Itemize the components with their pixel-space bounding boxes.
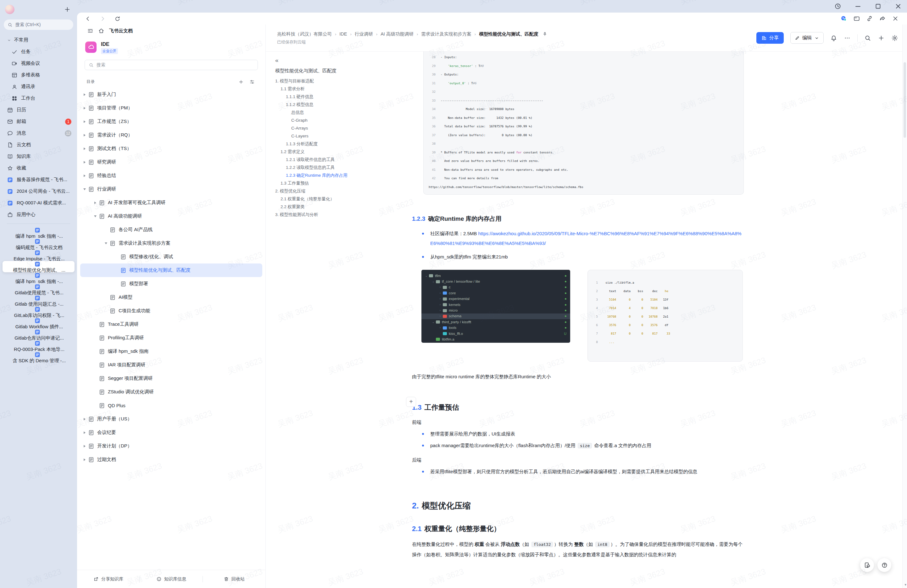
tree-chevron-icon[interactable] — [82, 418, 88, 420]
forward-icon[interactable] — [99, 15, 106, 22]
rail-item[interactable]: Gitlab仓库访问申请记... — [3, 329, 75, 340]
history-icon[interactable] — [834, 3, 841, 10]
rail-item[interactable]: RQ-0007-AI 模式需求... — [3, 197, 75, 209]
feedback-button[interactable] — [860, 558, 874, 572]
tree-item[interactable]: 项目管理（PM） — [80, 101, 262, 115]
breadcrumb-item[interactable]: 需求设计及实现初步方案 — [421, 31, 471, 37]
tree-chevron-icon[interactable] — [82, 458, 88, 461]
tree-item[interactable]: 编译 hpm_sdk 指南 — [80, 344, 262, 358]
rail-item[interactable]: 知识库 — [3, 151, 75, 162]
tree-settings-icon[interactable] — [249, 79, 255, 85]
outline-item[interactable]: C-Arrays — [275, 124, 402, 132]
rail-item[interactable]: 通讯录 — [3, 81, 75, 93]
messenger-icon[interactable] — [840, 15, 847, 22]
maximize-icon[interactable] — [874, 3, 882, 10]
tree-chevron-icon[interactable] — [82, 93, 88, 96]
rail-item[interactable]: 编译 hpm_sdk 指南 -... — [3, 272, 75, 284]
outline-item[interactable]: 2. 模型优化压缩 — [275, 187, 402, 195]
rail-item[interactable]: 编译 hpm_sdk 指南 -... — [3, 227, 75, 238]
tree-chevron-icon[interactable] — [82, 134, 88, 136]
outline-item[interactable]: 2.1 权重量化（纯整形量化） — [275, 195, 402, 203]
rail-item[interactable]: GitLab库访问权限 - 飞... — [3, 306, 75, 317]
tree-item[interactable]: 用户手册（US） — [80, 412, 262, 426]
close-tab-icon[interactable] — [892, 15, 899, 22]
outline-item[interactable]: C-Graph — [275, 116, 402, 124]
tree-chevron-icon[interactable] — [92, 202, 98, 204]
breadcrumb-item[interactable]: 兆松科技（武汉）有限公司 — [277, 31, 332, 37]
outline-collapse-icon[interactable]: « — [275, 57, 402, 64]
pin-icon[interactable] — [542, 32, 548, 37]
tree-item[interactable]: 模型性能优化与测试、匹配度 — [80, 263, 262, 277]
copy-link-icon[interactable] — [866, 15, 873, 22]
outline-item[interactable]: 2.2 权重聚类 — [275, 203, 402, 211]
user-avatar[interactable] — [5, 5, 14, 14]
rail-item[interactable]: 云文档 — [3, 139, 75, 151]
tree-item[interactable]: 研究调研 — [80, 155, 262, 169]
outline-item[interactable]: 1.1 需求分析 — [275, 85, 402, 93]
tree-item[interactable]: 模型修改/优化、调试 — [80, 250, 262, 263]
outline-item[interactable]: C-Layers — [275, 132, 402, 140]
rail-item[interactable]: 任务 — [3, 46, 75, 58]
rail-item[interactable]: 消息12 — [3, 127, 75, 139]
rail-item[interactable]: 多维表格 — [3, 69, 75, 81]
breadcrumb-item[interactable]: 行业调研 — [355, 31, 373, 37]
wiki-home-label[interactable]: 飞书云文档 — [109, 28, 133, 34]
tree-item[interactable]: ZStudio 调试优化调研 — [80, 385, 262, 399]
outline-item[interactable]: 1.2 需求定义 — [275, 148, 402, 155]
tree-item[interactable]: 测试文档（TS） — [80, 142, 262, 155]
rail-item[interactable]: 模型性能优化与测试、 ... — [3, 261, 75, 272]
close-icon[interactable] — [894, 3, 902, 10]
tree-chevron-icon[interactable] — [82, 188, 88, 191]
global-search-input[interactable]: 搜索 (Ctrl+K) — [4, 19, 73, 30]
tree-item[interactable]: Trace工具调研 — [80, 317, 262, 331]
outline-item[interactable]: 1.2.2 读取模型信息的工具 — [275, 163, 402, 171]
edit-button[interactable]: 编辑 — [790, 32, 824, 44]
tree-chevron-icon[interactable] — [82, 120, 88, 123]
tree-item[interactable]: 过期文档 — [80, 453, 262, 466]
rail-item[interactable]: 邮箱1 — [3, 116, 75, 127]
rail-item[interactable]: 收藏 — [3, 162, 75, 174]
outline-item[interactable]: 1.1.2 模型信息 — [275, 101, 402, 109]
space-card[interactable]: IDE 企业公开 — [77, 34, 266, 54]
tree-item[interactable]: QD Plus — [80, 399, 262, 412]
tree-chevron-icon[interactable] — [82, 147, 88, 150]
tree-item[interactable]: 新手入门 — [80, 88, 262, 101]
add-page-icon[interactable] — [239, 79, 244, 85]
rail-item[interactable]: Gitlab使用规范 - 飞书... — [3, 284, 75, 295]
outline-item[interactable]: 总信息 — [275, 109, 402, 116]
tree-chevron-icon[interactable] — [82, 107, 88, 109]
tree-item[interactable]: 会议纪要 — [80, 426, 262, 439]
tree-item[interactable]: 各公司 AI产品线 — [80, 223, 262, 237]
add-icon[interactable] — [64, 6, 71, 13]
outline-item[interactable]: 1.1.3 分析适配度 — [275, 140, 402, 148]
share-arrow-icon[interactable] — [879, 15, 886, 22]
tree-item[interactable]: 经验总结 — [80, 169, 262, 183]
tree-item[interactable]: 开发计划（DP） — [80, 439, 262, 453]
tree-item[interactable]: AI 开发部署可视化工具调研 — [80, 196, 262, 210]
scroll-down-icon[interactable]: ▾ — [904, 583, 906, 587]
outline-item[interactable]: 1.2.1 读取硬件信息的工具 — [275, 155, 402, 163]
tree-item[interactable]: AI 高级功能调研 — [80, 210, 262, 223]
rail-item[interactable]: Gitlab 使用问题汇总 -... — [3, 295, 75, 306]
minimize-icon[interactable] — [854, 3, 862, 10]
rail-group-toggle[interactable]: 不常用 — [3, 34, 75, 46]
new-doc-icon[interactable] — [878, 35, 885, 42]
wiki-footer-trash-button[interactable]: 回收站 — [203, 576, 266, 582]
tree-item[interactable]: IAR 项目配置调研 — [80, 358, 262, 372]
window-card-icon[interactable] — [853, 15, 860, 22]
outline-item[interactable]: 1.3 工作量预估 — [275, 179, 402, 187]
outline-item[interactable]: 3. 模型性能测试与分析 — [275, 211, 402, 218]
help-button[interactable] — [877, 558, 891, 572]
rail-item[interactable]: 视频会议 — [3, 58, 75, 69]
tree-item[interactable]: 行业调研 — [80, 183, 262, 196]
tree-item[interactable]: 需求设计（RQ） — [80, 128, 262, 142]
share-button[interactable]: 分享 — [756, 32, 784, 44]
rail-item[interactable]: Gitlab Workflow 插件... — [3, 317, 75, 329]
tree-item[interactable]: Profiling工具调研 — [80, 331, 262, 344]
sidebar-toggle-icon[interactable] — [87, 28, 93, 34]
outline-item[interactable]: 1. 模型与目标板适配 — [275, 77, 402, 85]
tree-chevron-icon[interactable] — [82, 175, 88, 177]
wiki-footer-info-button[interactable]: 知识库信息 — [140, 576, 202, 582]
rail-item[interactable]: 2024 公司周会 - 飞书云... — [3, 186, 75, 197]
tree-item[interactable]: 需求设计及实现初步方案 — [80, 237, 262, 250]
